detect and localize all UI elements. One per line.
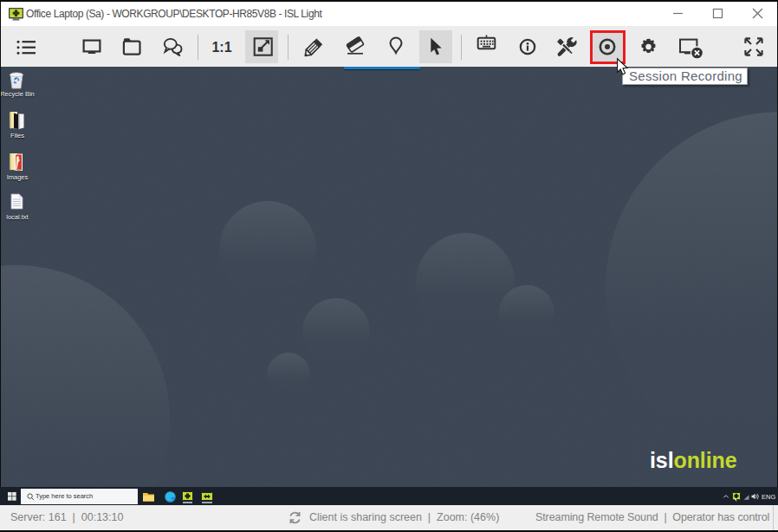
svg-text:1:1: 1:1	[211, 40, 231, 55]
